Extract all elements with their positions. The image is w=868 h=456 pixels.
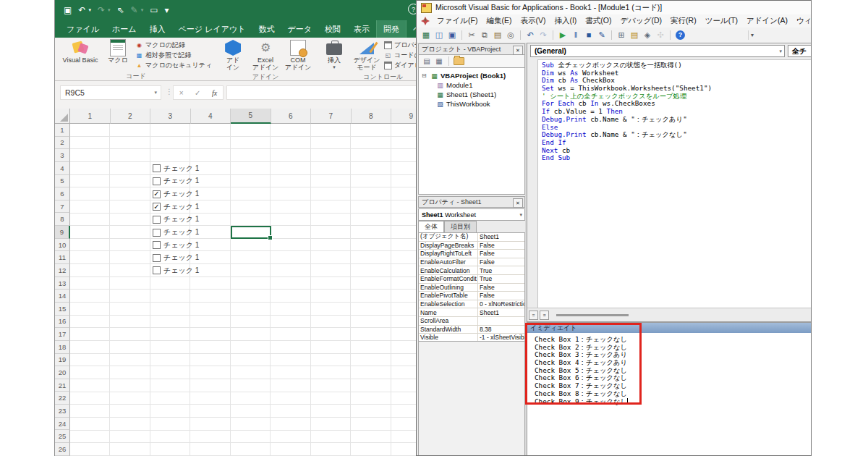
row-header-7[interactable]: 7: [55, 200, 70, 214]
property-row[interactable]: StandardWidth8.38: [419, 326, 524, 334]
property-value[interactable]: True: [478, 266, 524, 274]
reset-icon[interactable]: ■: [583, 30, 595, 41]
property-row[interactable]: DisplayRightToLeftFalse: [419, 250, 524, 258]
copy-icon[interactable]: ⧉: [479, 30, 490, 41]
menu-アドイン(A)[interactable]: アドイン(A): [742, 16, 792, 26]
find-icon[interactable]: ◎: [505, 30, 516, 41]
project-root[interactable]: ⊟▦VBAProject (Book1): [419, 71, 524, 80]
column-header-8[interactable]: 8: [352, 109, 392, 124]
property-value[interactable]: True: [478, 275, 524, 283]
object-combo[interactable]: (General) ▾: [530, 45, 785, 57]
row-header-21[interactable]: 21: [55, 379, 70, 392]
properties-tab-項目別[interactable]: 項目別: [444, 221, 477, 232]
macros-button[interactable]: マクロ: [103, 39, 133, 64]
menu-実行(R)[interactable]: 実行(R): [666, 16, 701, 26]
excel-view-icon[interactable]: ▦: [420, 30, 432, 41]
property-value[interactable]: False: [478, 250, 524, 258]
column-header-1[interactable]: 1: [70, 109, 111, 124]
view-code-icon[interactable]: ▤: [422, 56, 432, 66]
name-box-chevron-icon[interactable]: ▾: [154, 90, 157, 96]
form-checkbox-6[interactable]: チェック 1: [153, 226, 199, 239]
row-header-9[interactable]: 9: [55, 226, 70, 239]
cursor-icon[interactable]: ⇖: [117, 6, 124, 14]
unchecked-checkbox-icon[interactable]: [153, 229, 161, 237]
full-module-view-icon[interactable]: ≡: [540, 311, 549, 320]
excel-addins-button[interactable]: ⚙ Excel アドイン: [250, 39, 281, 72]
property-row[interactable]: Visible-1 - xlSheetVisible: [419, 334, 524, 342]
toolbar-overflow-icon[interactable]: ▾: [748, 30, 756, 40]
property-row[interactable]: (オブジェクト名)Sheet1: [419, 233, 524, 242]
toggle-folders-icon[interactable]: [454, 57, 464, 65]
view-code-button[interactable]: ◱ コードの表示: [384, 51, 417, 60]
enter-icon[interactable]: ✓: [195, 89, 200, 97]
name-box[interactable]: R9C5 ▾: [60, 85, 161, 100]
formula-bar-handle[interactable]: ⋮: [166, 88, 173, 96]
row-header-15[interactable]: 15: [55, 303, 70, 316]
cell-grid[interactable]: チェック 1チェック 1✓チェック 1✓チェック 1チェック 1チェック 1チェ…: [70, 124, 417, 456]
property-row[interactable]: EnableAutoFilterFalse: [419, 258, 524, 267]
relative-references-button[interactable]: ▦ 相対参照で記録: [135, 51, 212, 60]
procedure-combo[interactable]: 全チ: [788, 45, 812, 57]
project-explorer-icon[interactable]: ⊞: [616, 30, 627, 41]
cancel-icon[interactable]: ×: [179, 89, 184, 97]
row-header-11[interactable]: 11: [55, 251, 70, 264]
formula-input[interactable]: [226, 85, 417, 100]
menu-ファイル(F)[interactable]: ファイル(F): [433, 16, 482, 26]
form-checkbox-4[interactable]: ✓チェック 1: [153, 200, 199, 214]
horizontal-scrollbar[interactable]: [556, 314, 629, 316]
property-row[interactable]: DisplayPageBreaksFalse: [419, 242, 524, 250]
property-value[interactable]: Sheet1: [478, 233, 524, 241]
property-row[interactable]: EnableSelection0 - xlNoRestriction: [419, 300, 524, 309]
macro-security-button[interactable]: ▲ マクロのセキュリティ: [135, 61, 212, 70]
unchecked-checkbox-icon[interactable]: [153, 177, 161, 185]
property-value[interactable]: False: [478, 242, 524, 250]
unchecked-checkbox-icon[interactable]: [153, 241, 161, 249]
tree-item-ThisWorkbook[interactable]: ▧ThisWorkbook: [419, 99, 524, 109]
properties-tab-全体[interactable]: 全体: [418, 221, 444, 232]
row-header-22[interactable]: 22: [55, 392, 70, 405]
tab-校閲[interactable]: 校閲: [318, 20, 347, 38]
com-addins-button[interactable]: COM アドイン: [283, 39, 313, 72]
unchecked-checkbox-icon[interactable]: [153, 266, 161, 274]
tree-item-Sheet1 (Sheet1)[interactable]: ▦Sheet1 (Sheet1): [419, 90, 524, 99]
run-icon[interactable]: ▶: [557, 30, 569, 41]
row-header-8[interactable]: 8: [55, 213, 70, 226]
menu-ツール(T)[interactable]: ツール(T): [701, 16, 742, 26]
form-checkbox-2[interactable]: チェック 1: [153, 175, 199, 188]
select-all-corner[interactable]: [55, 109, 70, 124]
column-header-5[interactable]: 5: [231, 109, 271, 124]
property-value[interactable]: Sheet1: [478, 308, 524, 316]
row-header-23[interactable]: 23: [55, 405, 70, 418]
row-header-26[interactable]: 26: [55, 443, 70, 456]
property-row[interactable]: EnableOutliningFalse: [419, 284, 524, 292]
row-header-25[interactable]: 25: [55, 430, 70, 443]
tree-item-Module1[interactable]: ▥Module1: [419, 80, 524, 90]
property-value[interactable]: False: [478, 292, 524, 300]
property-value[interactable]: 0 - xlNoRestriction: [478, 300, 524, 308]
row-header-1[interactable]: 1: [55, 124, 70, 137]
undo-icon[interactable]: ↶: [78, 6, 85, 14]
property-row[interactable]: EnableCalculationTrue: [419, 266, 524, 275]
tab-ファイル[interactable]: ファイル: [60, 20, 106, 38]
selected-cell[interactable]: [231, 226, 271, 239]
close-icon[interactable]: ✕: [513, 46, 523, 55]
redo-icon[interactable]: ↷: [98, 6, 105, 14]
row-header-5[interactable]: 5: [55, 175, 70, 188]
row-header-12[interactable]: 12: [55, 264, 70, 277]
column-header-6[interactable]: 6: [271, 109, 312, 124]
toolbox-icon[interactable]: ✣: [655, 30, 666, 41]
redo-icon-chevron[interactable]: ▾: [108, 7, 111, 13]
tab-数式[interactable]: 数式: [252, 20, 281, 38]
close-icon[interactable]: ✕: [513, 198, 523, 208]
menu-書式(O)[interactable]: 書式(O): [581, 16, 616, 26]
tab-開発[interactable]: 開発: [376, 20, 407, 38]
property-row[interactable]: EnableFormatConditTrue: [419, 275, 524, 284]
code-editor[interactable]: Sub 全チェックボックスの状態を一括取得()Dim ws As Workshe…: [537, 59, 812, 308]
form-checkbox-8[interactable]: チェック 1: [153, 252, 199, 265]
run-dialog-button[interactable]: ダイアログの実行: [384, 61, 417, 70]
object-browser-icon[interactable]: ◈: [642, 30, 653, 41]
column-header-9[interactable]: 9: [391, 109, 417, 124]
save-icon[interactable]: ▣: [446, 30, 458, 41]
form-checkbox-9[interactable]: チェック 1: [153, 264, 199, 277]
pen-icon[interactable]: ✎: [131, 6, 138, 14]
